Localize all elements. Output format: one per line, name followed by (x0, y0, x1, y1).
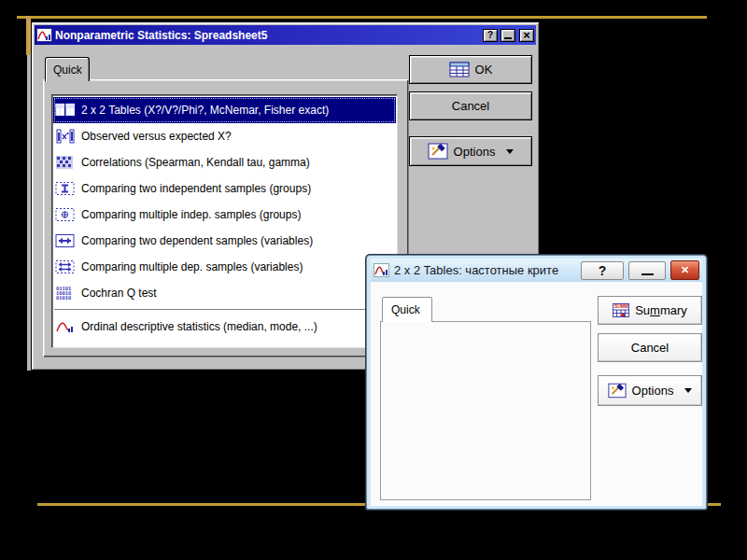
dialog1-close-button[interactable]: × (519, 29, 534, 42)
svg-text:SUMM: SUMM (614, 304, 628, 309)
list-separator (54, 309, 395, 311)
close-icon: × (523, 29, 530, 41)
dialog1-help-button[interactable]: ? (483, 29, 498, 42)
summary-button[interactable]: SUMM Summary (598, 296, 702, 325)
list-item-label: Comparing multiple indep. samples (group… (81, 208, 301, 221)
options-label: Options (454, 145, 496, 159)
dialog2-title: 2 x 2 Tables: частотные крите (394, 263, 576, 277)
tools-icon (428, 143, 448, 160)
cancel-label: Cancel (452, 99, 489, 113)
list-item-observed-expected[interactable]: Observed versus expected X? (53, 123, 396, 149)
app-icon (36, 28, 52, 42)
minimize-icon (641, 273, 654, 275)
dropdown-arrow-icon (506, 149, 514, 154)
list-item-label: Comparing two independent samples (group… (81, 182, 311, 195)
dialog1-tab-quick[interactable]: Quick (45, 57, 90, 81)
dialog2-help-button[interactable]: ? (581, 261, 624, 280)
summary-label: Summary (635, 303, 687, 317)
options-button[interactable]: Options (409, 136, 532, 166)
close-icon: ✕ (681, 264, 689, 276)
list-item-multiple-dep[interactable]: Comparing multiple dep. samples (variabl… (53, 254, 396, 280)
summary-icon: SUMM (613, 303, 629, 317)
dialog1-minimize-button[interactable] (500, 29, 515, 42)
dialog2-minimize-button[interactable] (628, 261, 666, 280)
correlations-icon (55, 155, 76, 171)
list-item-label: Observed versus expected X? (81, 130, 232, 143)
minimize-icon (504, 37, 512, 39)
dropdown-arrow-icon (684, 388, 692, 393)
two-independent-icon (55, 181, 76, 197)
list-item-label: Cochran Q test (81, 287, 157, 300)
multiple-indep-icon (55, 207, 76, 223)
options-button-dialog2[interactable]: Options (598, 375, 702, 406)
tables-2x2-icon (55, 103, 76, 119)
observed-expected-icon (55, 129, 76, 145)
list-item-multiple-indep[interactable]: Comparing multiple indep. samples (group… (53, 202, 396, 228)
cancel-label: Cancel (631, 341, 669, 355)
ok-button[interactable]: OK (409, 55, 532, 84)
spreadsheet-icon (449, 62, 470, 77)
dialog1-tab-label: Quick (53, 63, 82, 77)
dialog2-close-button[interactable]: ✕ (670, 260, 699, 280)
dialog2-tab-label: Quick (391, 303, 420, 316)
cancel-button[interactable]: Cancel (409, 91, 532, 120)
methods-listbox[interactable]: 2 x 2 Tables (X?/V?/Phi?, McNemar, Fishe… (51, 94, 398, 348)
list-item-cochran-q[interactable]: 011011001001010 Cochran Q test (53, 280, 396, 306)
list-item-ordinal-descriptive[interactable]: Ordinal descriptive statistics (median, … (53, 314, 396, 340)
dialog2-titlebar[interactable]: 2 x 2 Tables: частотные крите ? ✕ (371, 259, 702, 282)
ok-label: OK (475, 63, 493, 77)
list-item-correlations[interactable]: Correlations (Spearman, Kendall tau, gam… (53, 149, 396, 175)
app-icon (374, 263, 389, 277)
list-item-label: Comparing multiple dep. samples (variabl… (81, 260, 303, 273)
frame-top-line (17, 16, 707, 19)
cancel-button-dialog2[interactable]: Cancel (598, 333, 702, 362)
tools-icon (608, 383, 627, 399)
list-item-2x2-tables[interactable]: 2 x 2 Tables (X?/V?/Phi?, McNemar, Fishe… (53, 97, 396, 123)
dialog1-titlebar[interactable]: Nonparametric Statistics: Spreadsheet5 ?… (35, 25, 536, 45)
help-icon: ? (487, 31, 493, 40)
list-item-label: Correlations (Spearman, Kendall tau, gam… (81, 156, 310, 169)
list-item-label: Comparing two dependent samples (variabl… (81, 234, 313, 247)
two-dependent-icon (55, 233, 76, 249)
cochran-icon: 011011001001010 (55, 286, 76, 301)
options-label: Options (632, 384, 674, 398)
dialog2-tab-quick[interactable]: Quick (382, 297, 432, 322)
list-item-label: Ordinal descriptive statistics (median, … (81, 320, 317, 333)
help-icon: ? (599, 263, 607, 278)
list-item-two-independent[interactable]: Comparing two independent samples (group… (53, 175, 396, 202)
ordinal-icon (55, 319, 76, 335)
list-item-two-dependent[interactable]: Comparing two dependent samples (variabl… (53, 228, 396, 254)
list-item-label: 2 x 2 Tables (X?/V?/Phi?, McNemar, Fishe… (81, 104, 329, 117)
dialog2-body: Quick 14 29 4 38 SUMM (371, 282, 702, 506)
multiple-dep-icon (55, 259, 76, 275)
dialog1-title: Nonparametric Statistics: Spreadsheet5 (55, 29, 480, 42)
dialog2-tab-panel (380, 321, 591, 500)
tables-2x2-dialog: 2 x 2 Tables: частотные крите ? ✕ Quick … (366, 255, 707, 510)
svg-text:01010: 01010 (56, 296, 71, 301)
